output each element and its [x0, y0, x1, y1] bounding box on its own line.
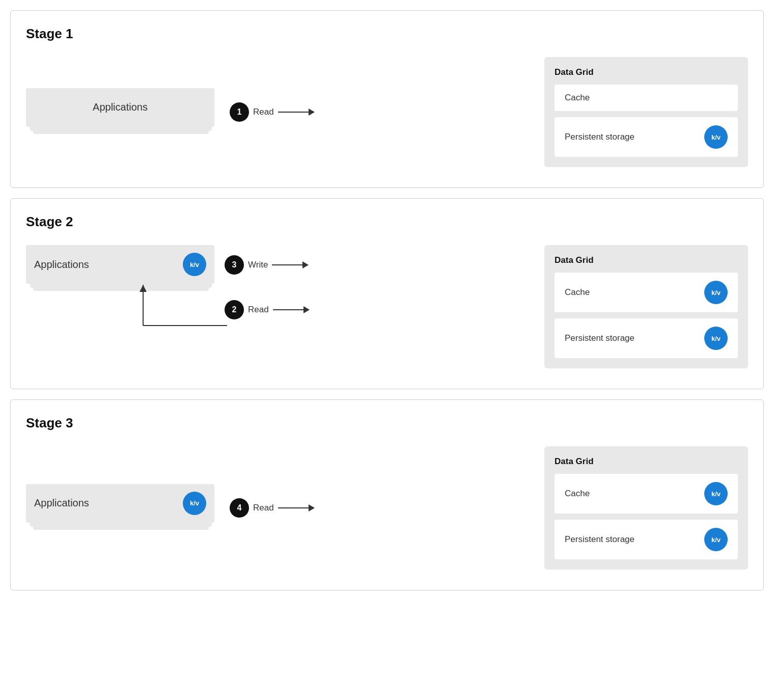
data-grid-1: Data Grid Cache Persistent storage k/v: [544, 57, 748, 167]
persistent-label-2: Persistent storage: [565, 333, 634, 343]
persistent-box-3: Persistent storage k/v: [555, 520, 738, 559]
stage-1-title: Stage 1: [26, 26, 748, 42]
step-circle-3: 3: [225, 255, 244, 275]
cache-label-2: Cache: [565, 287, 590, 298]
stage-3-content: Applications k/v 4 Read Data Grid Cache: [26, 446, 748, 570]
kv-badge-persistent-3: k/v: [704, 528, 728, 551]
kv-badge-persistent-1: k/v: [704, 125, 728, 149]
kv-badge-app-2: k/v: [183, 253, 206, 276]
conn-read-section: 2 Read: [225, 300, 310, 319]
persistent-box-1: Persistent storage k/v: [555, 117, 738, 157]
stage-2-content: Applications k/v 3 Write: [26, 245, 748, 368]
arrow-4: [278, 504, 315, 511]
app-label-1: Applications: [93, 101, 148, 113]
persistent-box-2: Persistent storage k/v: [555, 318, 738, 358]
data-grid-title-3: Data Grid: [555, 456, 738, 467]
conn-write-row: 3 Write: [225, 255, 310, 275]
connector-label-1: Read: [253, 107, 274, 117]
stage-1: Stage 1 Applications 1 Read Data Grid: [10, 10, 764, 188]
cache-box-1: Cache: [555, 85, 738, 111]
conn-read-row: 2 Read: [225, 300, 310, 319]
stage-1-content: Applications 1 Read Data Grid Cache Pers…: [26, 57, 748, 167]
step-circle-1: 1: [230, 102, 249, 122]
kv-badge-persistent-2: k/v: [704, 327, 728, 350]
cache-label-3: Cache: [565, 489, 590, 499]
write-label: Write: [248, 260, 268, 270]
persistent-label-1: Persistent storage: [565, 132, 634, 142]
data-grid-title-1: Data Grid: [555, 67, 738, 77]
connector-3: 4 Read: [230, 498, 315, 518]
kv-badge-cache-3: k/v: [704, 482, 728, 505]
app-stack-1: Applications: [26, 88, 214, 137]
app-stack-3: Applications k/v: [26, 484, 214, 532]
app-card-front: Applications: [26, 88, 214, 127]
read-label-2: Read: [248, 305, 269, 315]
arrow-1: [278, 109, 315, 116]
return-arrow-svg: [118, 285, 230, 336]
app-card-front-2: Applications k/v: [26, 245, 214, 284]
persistent-label-3: Persistent storage: [565, 534, 634, 545]
stage-2-connectors: 3 Write: [225, 245, 310, 319]
data-grid-3: Data Grid Cache k/v Persistent storage k…: [544, 446, 748, 570]
stage-2-title: Stage 2: [26, 214, 748, 230]
svg-marker-2: [140, 285, 147, 292]
stage-2: Stage 2 Applications k/v: [10, 198, 764, 389]
kv-badge-cache-2: k/v: [704, 281, 728, 304]
app-label-3: Applications: [34, 497, 89, 509]
connector-1: 1 Read: [230, 102, 315, 122]
cache-label-1: Cache: [565, 93, 590, 103]
arrow-2: [273, 306, 310, 313]
connector-label-3: Read: [253, 503, 274, 513]
data-grid-title-2: Data Grid: [555, 255, 738, 265]
arrow-3: [272, 261, 309, 268]
app-label-2: Applications: [34, 259, 89, 271]
cache-box-3: Cache k/v: [555, 474, 738, 514]
app-card-front-3: Applications k/v: [26, 484, 214, 523]
data-grid-2: Data Grid Cache k/v Persistent storage k…: [544, 245, 748, 368]
kv-badge-app-3: k/v: [183, 492, 206, 515]
cache-box-2: Cache k/v: [555, 273, 738, 312]
stage-3-title: Stage 3: [26, 415, 748, 431]
step-circle-4: 4: [230, 498, 249, 518]
stage-3: Stage 3 Applications k/v 4 Read: [10, 399, 764, 590]
